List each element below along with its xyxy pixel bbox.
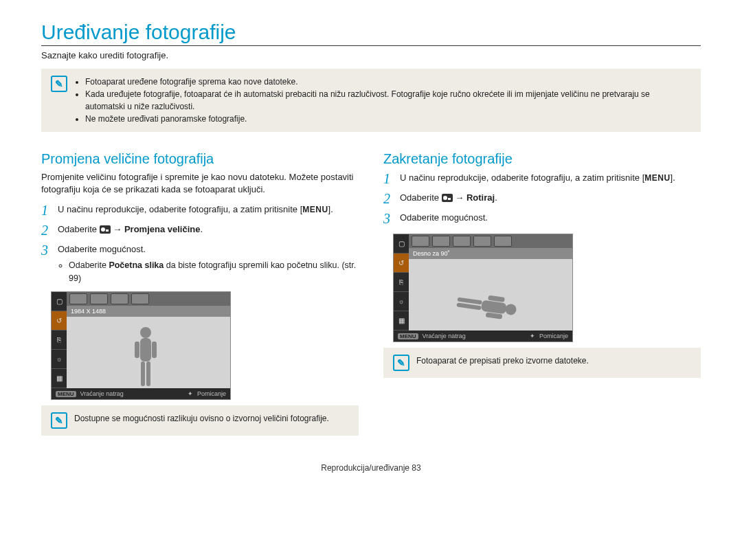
svg-rect-7 xyxy=(141,361,145,386)
note-item: Ne možete uređivati panoramske fotografi… xyxy=(85,113,691,125)
preview-label: 1984 X 1488 xyxy=(67,306,230,317)
preview-bottom-bar: MENU Vraćanje natrag ✦ Pomicanje xyxy=(52,388,230,399)
step-text: Odaberite mogućnost. xyxy=(400,212,488,223)
step-number: 3 xyxy=(41,243,58,258)
nav-icon: ▦ xyxy=(52,369,67,388)
note-icon: ✎ xyxy=(393,355,409,371)
intro-text: Saznajte kako urediti fotografije. xyxy=(41,50,701,60)
nav-icon: ▢ xyxy=(394,234,409,254)
note-item: Fotoaparat uređene fotografije sprema ka… xyxy=(85,76,691,88)
nav-icon: ☼ xyxy=(52,350,67,369)
bottom-back: Vraćanje natrag xyxy=(80,390,124,397)
edit-icon xyxy=(100,225,111,234)
page: Uređivanje fotografije Saznajte kako ure… xyxy=(0,0,742,486)
left-steps: 1 U načinu reprodukcije, odaberite fotog… xyxy=(41,203,359,284)
svg-point-3 xyxy=(140,327,151,338)
bottom-move: Pomicanje xyxy=(539,333,568,339)
right-heading: Zakretanje fotografije xyxy=(383,151,701,167)
nav-icon: ▦ xyxy=(394,311,409,331)
note-icon: ✎ xyxy=(51,76,67,92)
rotate-option xyxy=(453,236,471,247)
size-option xyxy=(69,293,87,304)
rotate-option xyxy=(473,236,491,247)
menu-key: MENU xyxy=(644,173,670,183)
preview-toolbar xyxy=(409,234,572,248)
column-left: Promjena veličine fotografija Promjenite… xyxy=(41,146,359,449)
page-footer: Reprodukcija/uređivanje 83 xyxy=(41,463,701,473)
nav-glyph: ✦ xyxy=(188,390,193,397)
figure-standing-icon xyxy=(132,326,159,388)
menu-tag: MENU xyxy=(398,333,418,339)
step-body: Odaberite → Rotiraj. xyxy=(400,191,497,205)
preview-image xyxy=(409,259,572,331)
menu-key: MENU xyxy=(302,205,328,214)
columns: Promjena veličine fotografija Promjenite… xyxy=(41,146,701,449)
preview-image xyxy=(67,317,230,388)
step-body: U načinu reprodukcije, odaberite fotogra… xyxy=(400,171,675,185)
bottom-back: Vraćanje natrag xyxy=(423,333,466,339)
step-text: ]. xyxy=(671,172,675,183)
menu-tag: MENU xyxy=(56,391,76,397)
edit-icon xyxy=(442,194,453,202)
svg-rect-5 xyxy=(135,341,139,358)
rotate-option xyxy=(412,236,429,247)
left-heading: Promjena veličine fotografija xyxy=(41,151,359,167)
right-note-text: Fotoaparat će prepisati preko izvorne da… xyxy=(416,355,589,367)
step-bold: → Rotiraj xyxy=(455,192,495,203)
svg-rect-4 xyxy=(140,338,151,361)
step-text: U načinu reprodukcije, odaberite fotogra… xyxy=(400,172,644,183)
left-note: ✎ Dostupne se mogućnosti razlikuju ovisn… xyxy=(41,405,359,436)
bullet-bold: Početna slika xyxy=(109,260,164,270)
step-body: Odaberite mogućnost. Odaberite Početna s… xyxy=(58,243,359,284)
page-title: Uređivanje fotografije xyxy=(41,21,701,46)
svg-rect-2 xyxy=(106,229,109,232)
left-note-text: Dostupne se mogućnosti razlikuju ovisno … xyxy=(74,412,329,425)
step-number: 2 xyxy=(41,223,58,238)
size-option xyxy=(131,293,149,304)
step-text: Odaberite xyxy=(58,224,100,234)
right-steps: 1 U načinu reprodukcije, odaberite fotog… xyxy=(383,171,701,227)
rotate-option xyxy=(432,236,450,247)
nav-icon: ⎘ xyxy=(52,331,67,350)
nav-icon: ▢ xyxy=(52,292,67,311)
step-body: U načinu reprodukcije, odaberite fotogra… xyxy=(58,203,333,216)
bullet-text: Odaberite xyxy=(69,260,109,270)
svg-rect-6 xyxy=(152,341,157,358)
top-note-list: Fotoaparat uređene fotografije sprema ka… xyxy=(74,76,691,125)
bottom-move: Pomicanje xyxy=(197,390,226,397)
preview-nav: ▢ ↺ ⎘ ☼ ▦ xyxy=(52,292,67,388)
step-text: Odaberite xyxy=(400,192,442,203)
left-paragraph: Promjenite veličinu fotografije i spremi… xyxy=(41,171,359,196)
preview-bottom-bar: MENU Vraćanje natrag ✦ Pomicanje xyxy=(394,331,572,341)
nav-icon-selected: ↺ xyxy=(52,311,67,331)
svg-rect-8 xyxy=(146,361,150,386)
size-option xyxy=(90,293,108,304)
step3-bullets: Odaberite Početna slika da biste fotogra… xyxy=(58,259,359,285)
figure-lying-icon xyxy=(440,286,518,324)
preview-toolbar xyxy=(67,292,230,306)
step-body: Odaberite → Promjena veličine. xyxy=(58,223,203,236)
step-bold: → Promjena veličine xyxy=(113,224,200,234)
top-note: ✎ Fotoaparat uređene fotografije sprema … xyxy=(41,69,701,132)
step-number: 1 xyxy=(383,171,400,187)
nav-glyph: ✦ xyxy=(530,333,535,339)
step-number: 3 xyxy=(383,211,400,227)
svg-point-1 xyxy=(101,227,105,232)
step-body: Odaberite mogućnost. xyxy=(400,211,488,225)
nav-icon-selected: ↺ xyxy=(394,254,409,273)
bullet-item: Odaberite Početna slika da biste fotogra… xyxy=(69,259,359,285)
note-icon: ✎ xyxy=(51,412,67,429)
column-right: Zakretanje fotografije 1 U načinu reprod… xyxy=(383,146,701,449)
preview-label: Desno za 90˚ xyxy=(409,248,572,259)
rotate-option xyxy=(494,236,512,247)
preview-nav: ▢ ↺ ⎘ ☼ ▦ xyxy=(394,234,409,331)
right-note: ✎ Fotoaparat će prepisati preko izvorne … xyxy=(383,348,701,378)
size-option xyxy=(111,293,128,304)
step-number: 2 xyxy=(383,191,400,207)
step-number: 1 xyxy=(41,203,58,219)
nav-icon: ⎘ xyxy=(394,273,409,292)
svg-point-10 xyxy=(443,196,447,200)
step-text: Odaberite mogućnost. xyxy=(58,244,146,254)
step-text: U načinu reprodukcije, odaberite fotogra… xyxy=(58,204,302,214)
svg-rect-11 xyxy=(448,198,451,200)
